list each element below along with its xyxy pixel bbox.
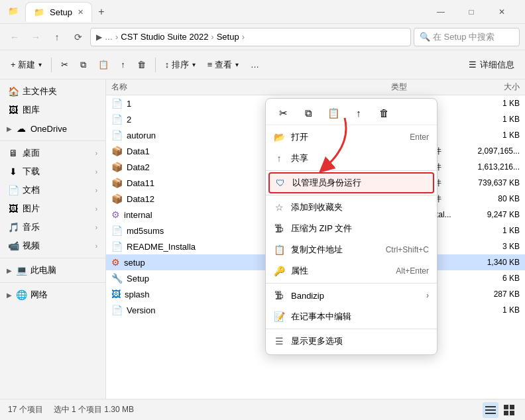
copy-button[interactable]: ⧉ (75, 54, 91, 76)
cm-properties[interactable]: 🔑 属性 Alt+Enter (266, 260, 437, 282)
delete-icon: 🗑 (137, 60, 146, 70)
tab-title: Setup (50, 7, 72, 17)
sidebar-item-downloads[interactable]: ⬇ 下载 › (3, 162, 103, 181)
details-button[interactable]: ☰ 详细信息 (463, 54, 520, 76)
search-icon: 🔍 (420, 32, 430, 42)
file-icon: 🔧 (111, 273, 123, 284)
cm-copypath-label: 复制文件地址 (291, 244, 343, 256)
cut-button[interactable]: ✂ (56, 54, 74, 76)
cm-copypath-shortcut: Ctrl+Shift+C (386, 245, 429, 254)
view-grid-button[interactable] (501, 402, 517, 418)
sidebar-item-desktop[interactable]: 🖥 桌面 › (3, 144, 103, 162)
cm-open-shortcut: Enter (410, 132, 429, 142)
cm-showmore[interactable]: ☰ 显示更多选项 (266, 331, 437, 352)
file-icon: 📄 (111, 241, 123, 252)
cm-bandizip[interactable]: 🗜 Bandizip › (266, 285, 437, 306)
forward-button[interactable]: → (27, 28, 45, 46)
sidebar-item-thispc[interactable]: ▶ 💻 此电脑 (3, 261, 103, 280)
music-arrow: › (95, 224, 97, 231)
sort-button[interactable]: ↕ 排序 ▾ (160, 54, 201, 76)
downloads-icon: ⬇ (8, 166, 19, 177)
file-name: 1 (127, 99, 131, 109)
file-name: Setup (127, 274, 149, 284)
back-button[interactable]: ← (5, 28, 24, 46)
cm-copypath[interactable]: 📋 复制文件地址 Ctrl+Shift+C (266, 239, 437, 260)
cm-properties-shortcut: Alt+Enter (396, 266, 429, 276)
statusbar-right (483, 402, 517, 418)
sidebar-item-music[interactable]: 🎵 音乐 › (3, 218, 103, 236)
refresh-button[interactable]: ⟳ (69, 28, 88, 46)
svg-rect-2 (485, 413, 496, 414)
sidebar-pictures-label: 图片 (23, 203, 40, 215)
paste-button[interactable]: 📋 (93, 54, 114, 76)
col-type[interactable]: 类型 (386, 81, 465, 93)
sidebar-item-network[interactable]: ▶ 🌐 网络 (3, 286, 103, 304)
videos-icon: 📹 (8, 240, 19, 251)
svg-rect-3 (504, 405, 508, 409)
tab-setup[interactable]: 📁 Setup ✕ (25, 2, 92, 22)
cm-favorite-label: 添加到收藏夹 (291, 201, 343, 213)
tab-bar: 📁 Setup ✕ + (25, 0, 111, 23)
sidebar-item-gallery[interactable]: 🖼 图库 (3, 101, 103, 119)
copy-icon: ⧉ (80, 60, 86, 70)
col-name[interactable]: 名称 (106, 81, 300, 93)
view-dropdown-icon: ▾ (235, 61, 239, 68)
close-button[interactable]: ✕ (487, 0, 517, 24)
cm-open-icon: 📂 (274, 132, 284, 142)
file-size: 1 KB (465, 115, 525, 124)
path-sep3: › (242, 32, 245, 42)
path-node[interactable]: Setup (217, 32, 239, 42)
sidebar-item-pictures[interactable]: 🖼 图片 › (3, 199, 103, 218)
more-button[interactable]: … (245, 54, 264, 76)
share-button[interactable]: ↑ (115, 54, 131, 76)
view-list-button[interactable] (483, 402, 498, 418)
cm-properties-icon: 🔑 (274, 266, 284, 276)
details-icon: ☰ (469, 60, 477, 70)
sidebar-item-documents[interactable]: 📄 文档 › (3, 181, 103, 199)
onedrive-expand-icon: ▶ (7, 125, 12, 132)
file-size: 1 KB (465, 131, 525, 140)
file-size: 2,097,165... (465, 146, 525, 156)
new-button[interactable]: + 新建 ▾ (5, 54, 47, 76)
delete-button[interactable]: 🗑 (132, 54, 151, 76)
sidebar-item-home[interactable]: 🏠 主文件夹 (3, 82, 103, 101)
address-box[interactable]: ▶ … › CST Studio Suite 2022 › Setup › (90, 28, 411, 46)
desktop-icon: 🖥 (8, 148, 19, 158)
sidebar-music-label: 音乐 (23, 221, 40, 233)
thispc-icon: 💻 (16, 265, 27, 276)
toolbar: + 新建 ▾ ✂ ⧉ 📋 ↑ 🗑 ↕ 排序 ▾ ≡ 查看 ▾ … ☰ 详细信息 (0, 50, 525, 79)
file-name: README_Installa (127, 242, 196, 252)
file-name: splash (125, 289, 150, 299)
file-name: internal (124, 210, 152, 220)
sidebar-item-videos[interactable]: 📹 视频 › (3, 236, 103, 255)
maximize-button[interactable]: □ (456, 0, 487, 24)
gallery-icon: 🖼 (8, 105, 19, 115)
minimize-button[interactable]: — (426, 0, 456, 24)
cm-delete-button[interactable]: 🗑 (372, 104, 396, 123)
up-button[interactable]: ↑ (48, 28, 66, 46)
cm-zip[interactable]: 🗜 压缩为 ZIP 文件 (266, 218, 437, 239)
view-button[interactable]: ≡ 查看 ▾ (202, 54, 244, 76)
statusbar: 17 个项目 选中 1 个项目 1.30 MB (0, 399, 525, 420)
network-icon: 🌐 (16, 289, 27, 300)
search-box[interactable]: 🔍 在 Setup 中搜索 (414, 28, 520, 46)
col-size[interactable]: 大小 (465, 81, 525, 93)
file-size: 739,637 KB (465, 178, 525, 187)
sidebar-item-onedrive[interactable]: ▶ ☁ OneDrive (3, 119, 103, 138)
cm-editnote[interactable]: 📝 在记事本中编辑 (266, 306, 437, 327)
path-root[interactable]: CST Studio Suite 2022 (121, 32, 208, 42)
new-dropdown-icon: ▾ (38, 61, 42, 68)
pictures-arrow: › (95, 205, 97, 213)
sidebar-onedrive-label: OneDrive (30, 124, 67, 134)
cm-bandizip-label: Bandizip (291, 291, 324, 301)
documents-icon: 📄 (8, 185, 19, 195)
sidebar: 🏠 主文件夹 🖼 图库 ▶ ☁ OneDrive 🖥 桌面 › ⬇ 下载 › 📄… (0, 79, 106, 399)
file-name: autorun (127, 131, 156, 140)
tab-close-button[interactable]: ✕ (78, 8, 84, 17)
addressbar: ← → ↑ ⟳ ▶ … › CST Studio Suite 2022 › Se… (0, 24, 525, 50)
file-size: 1,613,216... (465, 162, 525, 172)
file-size: 1 KB (465, 99, 525, 108)
cm-favorite[interactable]: ☆ 添加到收藏夹 (266, 197, 437, 218)
file-icon: 🖼 (111, 289, 121, 299)
new-tab-button[interactable]: + (92, 3, 111, 21)
